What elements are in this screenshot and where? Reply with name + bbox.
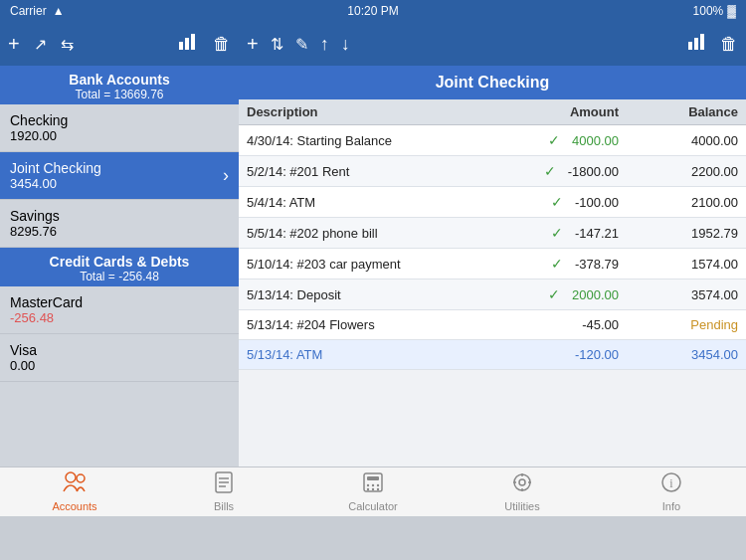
credit-cards-header: Credit Cards & Debts Total = -256.48 <box>0 248 239 286</box>
right-edit-button[interactable]: ✎ <box>295 35 308 54</box>
transaction-row[interactable]: 5/13/14: ATM -120.00 3454.00 <box>239 340 746 370</box>
bills-icon <box>213 471 235 498</box>
sidebar-toolbar: + ↗ ⇆ 🗑 <box>0 22 239 66</box>
transaction-amount-cell: ✓ -1800.00 <box>489 163 619 179</box>
sidebar-toolbar-right: 🗑 <box>179 34 231 55</box>
svg-rect-5 <box>700 34 704 50</box>
status-bar-left: Carrier ▲ <box>10 4 65 18</box>
svg-point-20 <box>514 474 530 490</box>
svg-rect-3 <box>688 42 692 50</box>
accounts-icon <box>63 471 87 498</box>
account-item-checking[interactable]: Checking 1920.00 <box>0 104 239 152</box>
joint-checking-balance: 3454.00 <box>10 176 101 191</box>
transaction-row[interactable]: 5/10/14: #203 car payment ✓ -378.79 1574… <box>239 249 746 280</box>
account-item-savings[interactable]: Savings 8295.76 <box>0 200 239 248</box>
transaction-row[interactable]: 4/30/14: Starting Balance ✓ 4000.00 4000… <box>239 125 746 156</box>
utilities-label: Utilities <box>504 500 539 512</box>
transaction-row[interactable]: 5/5/14: #202 phone bill ✓ -147.21 1952.7… <box>239 218 746 249</box>
sidebar-trash-button[interactable]: 🗑 <box>213 34 231 55</box>
transaction-amount-cell: ✓ -378.79 <box>489 256 619 272</box>
svg-point-17 <box>367 488 369 490</box>
transaction-balance: 3454.00 <box>619 347 738 362</box>
tab-accounts[interactable]: Accounts <box>0 467 149 516</box>
carrier-label: Carrier <box>10 4 47 18</box>
col-amount: Amount <box>489 104 619 119</box>
right-up-button[interactable]: ↑ <box>320 34 329 55</box>
mastercard-name: MasterCard <box>10 294 229 310</box>
right-add-button[interactable]: + <box>247 33 259 56</box>
transaction-amount: -100.00 <box>575 195 619 210</box>
visa-balance: 0.00 <box>10 358 229 373</box>
right-down-button[interactable]: ↓ <box>341 34 350 55</box>
svg-point-14 <box>367 484 369 486</box>
svg-point-16 <box>377 484 379 486</box>
joint-checking-name: Joint Checking <box>10 160 101 176</box>
transaction-amount: 4000.00 <box>572 133 619 148</box>
account-item-joint-checking[interactable]: Joint Checking 3454.00 › <box>0 152 239 200</box>
checkmark-icon: ✓ <box>551 256 571 272</box>
transaction-amount: -378.79 <box>575 257 619 272</box>
checkmark-icon: ✓ <box>548 132 568 148</box>
checking-name: Checking <box>10 112 229 128</box>
sidebar: + ↗ ⇆ 🗑 Bank Accounts Total = 13669.76 C… <box>0 22 239 467</box>
calculator-label: Calculator <box>348 500 398 512</box>
checkmark-icon: ✓ <box>551 194 571 210</box>
transaction-row[interactable]: 5/13/14: Deposit ✓ 2000.00 3574.00 <box>239 280 746 310</box>
panel-title: Joint Checking <box>239 66 746 99</box>
transaction-desc: 5/5/14: #202 phone bill <box>247 226 489 241</box>
bank-accounts-total: Total = 13669.76 <box>8 88 231 101</box>
transaction-desc: 4/30/14: Starting Balance <box>247 133 489 148</box>
transaction-balance: 4000.00 <box>619 133 738 148</box>
svg-point-18 <box>372 488 374 490</box>
sidebar-chart-button[interactable] <box>179 34 199 55</box>
col-balance: Balance <box>619 104 738 119</box>
right-trash-button[interactable]: 🗑 <box>720 34 738 55</box>
account-item-mastercard[interactable]: MasterCard -256.48 <box>0 286 239 334</box>
tab-bar: Accounts Bills Calculator Utilities i In… <box>0 467 746 516</box>
transaction-amount-cell: ✓ -100.00 <box>489 194 619 210</box>
transaction-amount: -1800.00 <box>568 164 619 179</box>
joint-checking-info: Joint Checking 3454.00 <box>10 160 101 191</box>
sidebar-toolbar-left: + ↗ ⇆ <box>8 33 74 56</box>
transaction-balance: 1574.00 <box>619 257 738 272</box>
tab-bills[interactable]: Bills <box>149 467 298 516</box>
battery-label: 100% <box>693 4 724 18</box>
sidebar-refresh-button[interactable]: ⇆ <box>61 35 74 54</box>
right-sort-button[interactable]: ⇅ <box>271 35 283 54</box>
tab-calculator[interactable]: Calculator <box>298 467 448 516</box>
svg-point-7 <box>77 474 85 482</box>
calculator-icon <box>362 471 384 498</box>
bills-label: Bills <box>214 500 234 512</box>
transaction-row[interactable]: 5/13/14: #204 Flowers -45.00 Pending <box>239 310 746 340</box>
table-header: Description Amount Balance <box>239 99 746 125</box>
checkmark-icon: ✓ <box>551 225 571 241</box>
right-panel: + ⇅ ✎ ↑ ↓ 🗑 Joint Checking Description A… <box>239 22 746 467</box>
sidebar-add-button[interactable]: + <box>8 33 20 56</box>
svg-text:i: i <box>669 476 673 490</box>
transaction-desc: 5/13/14: ATM <box>247 347 489 362</box>
transaction-amount-cell: ✓ -147.21 <box>489 225 619 241</box>
right-chart-button[interactable] <box>688 34 708 54</box>
svg-point-15 <box>372 484 374 486</box>
status-bar-right: 100% ▓ <box>693 4 736 18</box>
accounts-label: Accounts <box>52 500 96 512</box>
svg-point-6 <box>66 472 76 482</box>
chevron-right-icon: › <box>223 165 229 186</box>
tab-info[interactable]: i Info <box>597 467 746 516</box>
right-toolbar-right: 🗑 <box>688 34 738 55</box>
sidebar-export-button[interactable]: ↗ <box>34 35 47 54</box>
tab-utilities[interactable]: Utilities <box>448 467 597 516</box>
info-label: Info <box>662 500 680 512</box>
svg-point-21 <box>519 479 525 485</box>
transaction-amount-cell: ✓ 4000.00 <box>489 132 619 148</box>
battery-icon: ▓ <box>727 4 736 18</box>
transaction-amount-cell: ✓ 2000.00 <box>489 286 619 302</box>
visa-name: Visa <box>10 342 229 358</box>
transaction-balance: 2200.00 <box>619 164 738 179</box>
transaction-row[interactable]: 5/2/14: #201 Rent ✓ -1800.00 2200.00 <box>239 156 746 187</box>
mastercard-balance: -256.48 <box>10 310 229 325</box>
bank-accounts-header: Bank Accounts Total = 13669.76 <box>0 66 239 104</box>
transaction-balance: 1952.79 <box>619 226 738 241</box>
transaction-row[interactable]: 5/4/14: ATM ✓ -100.00 2100.00 <box>239 187 746 218</box>
account-item-visa[interactable]: Visa 0.00 <box>0 334 239 382</box>
